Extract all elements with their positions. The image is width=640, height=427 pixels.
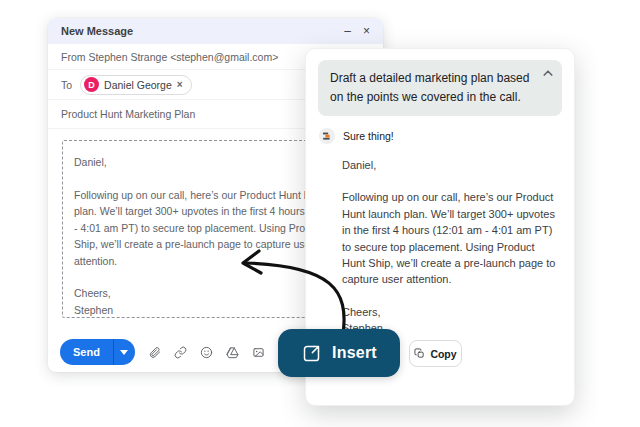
link-icon[interactable] [171, 342, 191, 362]
send-button[interactable]: Send [60, 339, 135, 365]
copy-button-label[interactable]: Copy [430, 348, 456, 360]
drive-icon[interactable] [223, 342, 243, 362]
emoji-icon[interactable] [197, 342, 217, 362]
compose-header[interactable]: New Message – × [48, 18, 383, 44]
insert-button-label[interactable]: Insert [332, 344, 377, 362]
insert-export-icon [301, 343, 322, 364]
image-icon[interactable] [249, 342, 269, 362]
reply-closing: Cheers, [342, 304, 560, 320]
send-button-label[interactable]: Send [60, 339, 113, 365]
screenshot-canvas: New Message – × From Stephen Strange <st… [0, 0, 640, 427]
insert-button[interactable]: Insert [278, 329, 400, 377]
close-icon[interactable]: × [363, 25, 370, 37]
assistant-reply-intro: Sure thing! [343, 130, 394, 142]
chevron-up-icon[interactable] [543, 68, 553, 78]
recipient-chip[interactable]: D Daniel George × [80, 75, 192, 95]
compose-title: New Message [61, 25, 133, 37]
assistant-reply-intro-row: Sure thing! [319, 128, 562, 144]
assistant-reply-body: Daniel, Following up on our call, here’s… [342, 157, 560, 337]
reply-greeting: Daniel, [342, 157, 560, 173]
copy-button[interactable]: Copy [409, 340, 462, 367]
send-options-caret-icon[interactable] [114, 339, 135, 365]
recipient-avatar: D [84, 77, 99, 92]
prompt-text: Draft a detailed marketing plan based on… [330, 71, 529, 104]
prompt-message: Draft a detailed marketing plan based on… [318, 60, 562, 116]
attach-icon[interactable] [145, 342, 165, 362]
reply-paragraph: Following up on our call, here’s our Pro… [342, 189, 560, 287]
copy-icon [414, 348, 425, 359]
recipient-name: Daniel George [104, 79, 172, 91]
assistant-avatar [319, 128, 335, 144]
to-label: To [61, 79, 72, 91]
remove-recipient-icon[interactable]: × [177, 79, 183, 90]
minimize-icon[interactable]: – [344, 25, 351, 37]
